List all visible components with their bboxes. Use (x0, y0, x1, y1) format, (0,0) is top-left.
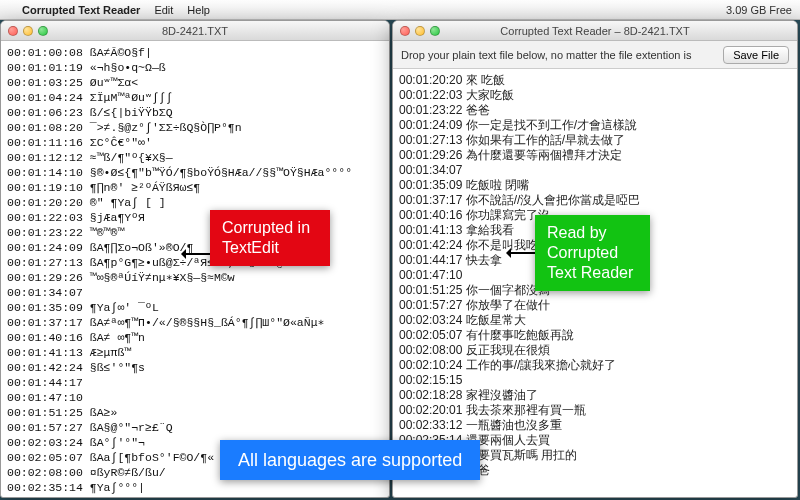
text-line: 00:01:35:09 ¶Yа∫∞' ¯ºL (7, 300, 383, 315)
text-line: 00:01:40:16 ßA≠ ∞¶™n (7, 330, 383, 345)
text-line: 00:01:00:08 ßA≠Ā©O§f| (7, 45, 383, 60)
menu-edit[interactable]: Edit (154, 4, 173, 16)
text-line: 00:01:12:12 ≈™ß/¶"º{¥X§— (7, 150, 383, 165)
save-file-button[interactable]: Save File (723, 46, 789, 64)
text-line: 00:02:20:01 我去茶來那裡有買一瓶 (399, 403, 791, 418)
text-line: 00:01:37:17 你不說話//沒人會把你當成是啞巴 (399, 193, 791, 208)
text-line: 00:01:42:24 §ß≤'°"¶s (7, 360, 383, 375)
text-line: 00:02:15:15 (399, 373, 791, 388)
callout-text: Corrupted in (222, 219, 310, 236)
text-line: 00:01:11:16 ΣC°Ĉ€°"∞' (7, 135, 383, 150)
window-title-left: 8D-2421.TXT (1, 25, 389, 37)
minimize-icon[interactable] (415, 26, 425, 36)
text-line: 00:01:29:26 為什麼還要等兩個禮拜才決定 (399, 148, 791, 163)
titlebar-right[interactable]: Corrupted Text Reader – 8D-2421.TXT (393, 21, 797, 41)
text-line: 00:01:08:20 ¯>≠.§@z°∫'ΣΣ÷ßQ§Ò∏P°¶n (7, 120, 383, 135)
text-line: 00:02:05:07 有什麼事吃飽飯再說 (399, 328, 791, 343)
workspace: 8D-2421.TXT 00:01:00:08 ßA≠Ā©O§f|00:01:0… (0, 20, 800, 500)
arrow-icon (182, 253, 210, 255)
text-line: 00:01:57:27 你放學了在做什 (399, 298, 791, 313)
text-line: 00:02:03:24 吃飯星常大 (399, 313, 791, 328)
text-line: 00:01:47:10 (7, 390, 383, 405)
callout-text: Read by (547, 224, 607, 241)
text-line: 00:01:34:07 (399, 163, 791, 178)
callout-corrupted: Corrupted in TextEdit (210, 210, 330, 266)
menu-help[interactable]: Help (187, 4, 210, 16)
text-line: 00:01:06:23 ß/≤{|biŸŸbΣQ (7, 105, 383, 120)
text-line: 00:01:44:17 (7, 375, 383, 390)
titlebar-left[interactable]: 8D-2421.TXT (1, 21, 389, 41)
menubar: Corrupted Text Reader Edit Help 3.09 GB … (0, 0, 800, 20)
drop-hint: Drop your plain text file below, no matt… (401, 49, 715, 61)
minimize-icon[interactable] (23, 26, 33, 36)
text-line: 00:01:57:27 ßA§@°"¬r≥£¨Q (7, 420, 383, 435)
toolbar-right: Drop your plain text file below, no matt… (393, 41, 797, 69)
text-line: 00:01:29:26 ™∞§®ªÚíŸ≠nμ∗¥X§—§≈M©w (7, 270, 383, 285)
text-line: 00:01:24:09 你一定是找不到工作/才會這樣說 (399, 118, 791, 133)
callout-text: All languages are supported (238, 450, 462, 470)
zoom-icon[interactable] (430, 26, 440, 36)
zoom-icon[interactable] (38, 26, 48, 36)
callout-text: Corrupted (547, 244, 618, 261)
text-line: 00:01:37:17 ßA≠ª∞¶™П•/«/§®§§H§_ßÁ°¶∫∏Ш°"… (7, 315, 383, 330)
text-line: 00:01:23:22 爸爸 (399, 103, 791, 118)
text-line: 00:02:35:14 ¶Yа∫°°°| (7, 480, 383, 495)
close-icon[interactable] (400, 26, 410, 36)
text-line: 00:01:01:19 «¬h§o•q~Ω—ß (7, 60, 383, 75)
close-icon[interactable] (8, 26, 18, 36)
callout-text: Text Reader (547, 264, 633, 281)
text-line: 00:02:10:24 工作的事//讓我來擔心就好了 (399, 358, 791, 373)
text-line: 00:01:20:20 來 吃飯 (399, 73, 791, 88)
text-line: 00:02:33:12 一瓶醬油也沒多重 (399, 418, 791, 433)
text-line: 00:01:14:10 §®•Ø≤{¶"b™ŸÓ/¶§boŸÓ§HÆа//§§™… (7, 165, 383, 180)
text-line: 00:01:51:25 ßA≥» (7, 405, 383, 420)
arrow-icon (507, 252, 535, 254)
text-line: 00:01:04:24 ΣÏμM™ªØuʷ∫∫∫ (7, 90, 383, 105)
text-line: 00:01:20:20 ®" ¶Yа∫ [ ] (7, 195, 383, 210)
disk-free-indicator: 3.09 GB Free (726, 4, 792, 16)
text-line: 00:02:18:28 家裡沒醬油了 (399, 388, 791, 403)
textedit-content[interactable]: 00:01:00:08 ßA≠Ā©O§f|00:01:01:19 «¬h§o•q… (1, 41, 389, 497)
text-line: 00:01:41:13 Æ≥μπß™ (7, 345, 383, 360)
text-line: 00:01:03:25 Øuʷ™Σα< (7, 75, 383, 90)
app-menu[interactable]: Corrupted Text Reader (22, 4, 140, 16)
text-line: 00:02:08:00 反正我現在很煩 (399, 343, 791, 358)
callout-text: TextEdit (222, 239, 279, 256)
callout-languages: All languages are supported (220, 440, 480, 480)
window-textedit: 8D-2421.TXT 00:01:00:08 ßA≠Ā©O§f|00:01:0… (0, 20, 390, 498)
window-title-right: Corrupted Text Reader – 8D-2421.TXT (393, 25, 797, 37)
text-line: 00:01:19:10 ¶∏n®' ≥²ºÁŸßЯω≤¶ (7, 180, 383, 195)
text-line: 00:01:27:13 你如果有工作的話/早就去做了 (399, 133, 791, 148)
callout-readby: Read by Corrupted Text Reader (535, 215, 650, 291)
text-line: 00:01:22:03 大家吃飯 (399, 88, 791, 103)
text-line: 00:01:34:07 (7, 285, 383, 300)
text-line: 00:02:39:14 ßAŸ«zß (7, 495, 383, 497)
text-line: 00:01:35:09 吃飯啦 閉嘴 (399, 178, 791, 193)
